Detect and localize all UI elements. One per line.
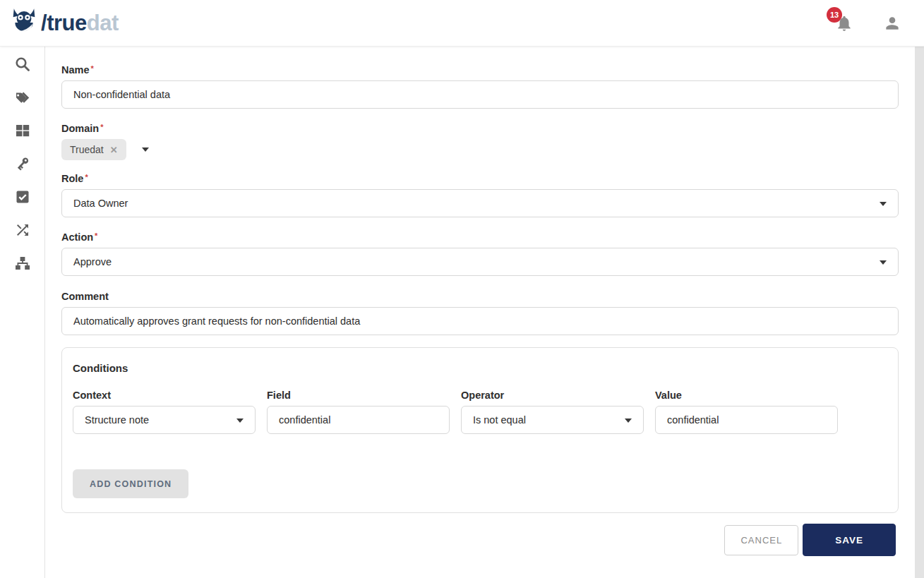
user-icon xyxy=(883,14,901,32)
comment-label: Comment xyxy=(61,291,899,302)
checkbox-icon xyxy=(14,188,31,205)
add-condition-button[interactable]: ADD CONDITION xyxy=(73,469,188,498)
domain-label: Domain* xyxy=(61,123,899,134)
operator-select[interactable]: Is not equal xyxy=(461,406,644,434)
comment-field-group: Comment xyxy=(61,291,899,335)
save-button[interactable]: SAVE xyxy=(803,524,896,556)
form-footer: CANCEL SAVE xyxy=(61,524,899,556)
sidebar-item-search[interactable] xyxy=(8,56,37,73)
search-icon xyxy=(14,56,31,73)
grid-icon xyxy=(14,122,31,139)
chevron-down-icon xyxy=(236,419,244,423)
chevron-down-icon xyxy=(880,202,887,206)
value-label: Value xyxy=(655,390,838,401)
role-select-value: Data Owner xyxy=(73,198,128,209)
action-select[interactable]: Approve xyxy=(61,248,899,276)
chevron-down-icon xyxy=(880,260,887,265)
name-label: Name* xyxy=(61,64,899,76)
sidebar-item-permissions[interactable] xyxy=(8,155,37,172)
required-asterisk: * xyxy=(85,173,88,181)
tags-icon xyxy=(14,89,31,106)
role-select[interactable]: Data Owner xyxy=(61,189,899,217)
name-input[interactable] xyxy=(61,80,899,109)
scrollbar-track[interactable] xyxy=(915,47,924,578)
app-header: /truedat 13 xyxy=(0,0,924,47)
cancel-button[interactable]: CANCEL xyxy=(724,525,798,555)
user-menu-button[interactable] xyxy=(883,14,901,32)
sidebar xyxy=(0,47,45,578)
chevron-down-icon xyxy=(625,419,632,423)
conditions-title: Conditions xyxy=(73,362,887,374)
operator-label: Operator xyxy=(461,390,644,401)
sidebar-item-structures[interactable] xyxy=(8,255,37,272)
value-input[interactable] xyxy=(655,406,838,434)
operator-select-value: Is not equal xyxy=(473,414,526,426)
required-asterisk: * xyxy=(100,123,103,131)
sidebar-item-dashboard[interactable] xyxy=(8,122,37,139)
action-field-group: Action* Approve xyxy=(61,231,899,276)
domain-chip: Truedat ✕ xyxy=(61,139,126,160)
condition-row: Context Structure note Field Operator Is… xyxy=(73,390,887,434)
owl-logo-icon xyxy=(8,7,40,40)
action-select-value: Approve xyxy=(73,256,112,267)
shuffle-icon xyxy=(14,222,31,239)
field-label: Field xyxy=(267,390,450,401)
logo-text: /truedat xyxy=(41,11,119,36)
notifications-button[interactable]: 13 xyxy=(835,13,853,34)
sidebar-item-tags[interactable] xyxy=(8,89,37,106)
context-label: Context xyxy=(73,390,256,401)
key-icon xyxy=(14,155,31,172)
domain-dropdown-caret[interactable] xyxy=(142,147,149,152)
context-select-value: Structure note xyxy=(85,414,149,426)
domain-field-group: Domain* Truedat ✕ xyxy=(61,123,899,160)
sidebar-item-lineage[interactable] xyxy=(8,222,37,239)
conditions-panel: Conditions Context Structure note Field … xyxy=(61,347,899,513)
sitemap-icon xyxy=(14,255,31,272)
app-logo[interactable]: /truedat xyxy=(8,7,119,40)
role-label: Role* xyxy=(61,173,899,184)
approval-rule-form: Name* Domain* Truedat ✕ Role* Data Owner… xyxy=(45,47,915,578)
notification-badge: 13 xyxy=(827,7,842,23)
required-asterisk: * xyxy=(91,64,94,73)
context-select[interactable]: Structure note xyxy=(73,406,256,434)
action-label: Action* xyxy=(61,231,899,243)
name-field-group: Name* xyxy=(61,64,899,109)
chip-remove-icon[interactable]: ✕ xyxy=(110,145,118,155)
sidebar-item-quality[interactable] xyxy=(8,188,37,205)
page: /truedat 13 xyxy=(0,0,924,578)
required-asterisk: * xyxy=(95,231,97,240)
comment-input[interactable] xyxy=(61,307,899,335)
domain-chip-label: Truedat xyxy=(70,144,104,155)
field-input[interactable] xyxy=(267,406,450,434)
role-field-group: Role* Data Owner xyxy=(61,173,899,217)
